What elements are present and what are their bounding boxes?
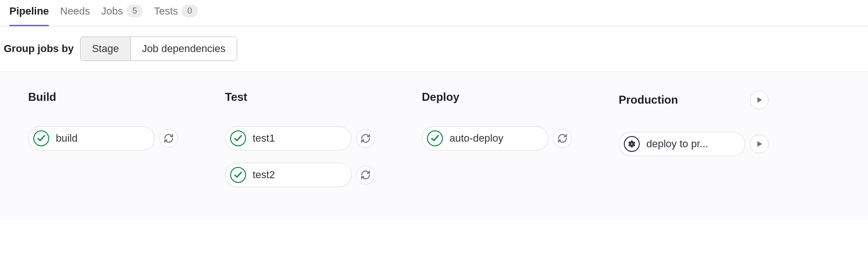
stage-build: Build build <box>28 91 178 187</box>
stage-test: Test test1 <box>225 91 375 187</box>
gear-circle-icon <box>624 136 640 152</box>
retry-icon <box>557 133 568 144</box>
job-name: deploy to pr... <box>646 138 708 150</box>
tab-tests[interactable]: Tests 0 <box>154 5 197 26</box>
job-row: auto-deploy <box>422 126 572 151</box>
tab-label: Needs <box>60 5 90 17</box>
stage-title: Test <box>225 91 247 104</box>
tab-needs[interactable]: Needs <box>60 5 90 26</box>
stage-header: Deploy <box>422 91 572 104</box>
stage-jobs: build <box>28 126 178 151</box>
retry-icon <box>164 133 174 144</box>
tab-badge: 5 <box>127 5 142 17</box>
job-name: build <box>56 132 77 144</box>
job-pill[interactable]: auto-deploy <box>422 126 548 151</box>
retry-button[interactable] <box>553 129 572 148</box>
stage-title: Build <box>28 91 56 104</box>
tab-pipeline[interactable]: Pipeline <box>9 5 49 26</box>
checkmark-circle-icon <box>33 130 49 146</box>
tab-label: Pipeline <box>9 5 49 17</box>
job-row: test2 <box>225 163 375 187</box>
group-by-dependencies-button[interactable]: Job dependencies <box>130 37 237 60</box>
group-by-stage-button[interactable]: Stage <box>81 37 130 60</box>
checkmark-circle-icon <box>230 130 246 146</box>
job-name: test2 <box>253 169 275 181</box>
stage-title: Production <box>619 93 678 106</box>
stage-jobs: auto-deploy <box>422 126 572 151</box>
group-by-row: Group jobs by Stage Job dependencies <box>0 26 868 71</box>
stage-title: Deploy <box>422 91 459 104</box>
stage-header: Test <box>225 91 375 104</box>
play-job-button[interactable] <box>750 135 769 153</box>
retry-button[interactable] <box>159 129 178 148</box>
checkmark-circle-icon <box>230 167 246 183</box>
play-icon <box>756 140 763 148</box>
play-icon <box>756 96 763 104</box>
retry-button[interactable] <box>356 129 375 148</box>
group-by-segmented: Stage Job dependencies <box>80 37 237 61</box>
job-row: test1 <box>225 126 375 151</box>
stage-play-all-button[interactable] <box>750 91 769 109</box>
stage-header: Production <box>619 91 769 109</box>
job-pill[interactable]: test1 <box>225 126 352 151</box>
stage-jobs: deploy to pr... <box>619 132 769 156</box>
pipeline-graph: Build build Test <box>0 71 868 220</box>
stage-deploy: Deploy auto-deploy <box>422 91 572 187</box>
stage-jobs: test1 test2 <box>225 126 375 187</box>
job-pill[interactable]: deploy to pr... <box>619 132 745 156</box>
job-pill[interactable]: build <box>28 126 155 151</box>
job-name: auto-deploy <box>449 132 503 144</box>
checkmark-circle-icon <box>427 130 443 146</box>
job-pill[interactable]: test2 <box>225 163 352 187</box>
tab-badge: 0 <box>182 5 198 17</box>
pipeline-tabs: Pipeline Needs Jobs 5 Tests 0 <box>0 0 868 26</box>
job-row: deploy to pr... <box>619 132 769 156</box>
retry-icon <box>360 170 371 180</box>
stage-production: Production deploy to pr... <box>619 91 769 187</box>
retry-button[interactable] <box>356 166 375 184</box>
retry-icon <box>360 133 371 144</box>
tab-label: Tests <box>154 5 178 17</box>
tab-label: Jobs <box>101 5 123 17</box>
stage-header: Build <box>28 91 178 104</box>
job-name: test1 <box>253 132 275 144</box>
tab-jobs[interactable]: Jobs 5 <box>101 5 143 26</box>
job-row: build <box>28 126 178 151</box>
group-by-label: Group jobs by <box>4 43 74 55</box>
